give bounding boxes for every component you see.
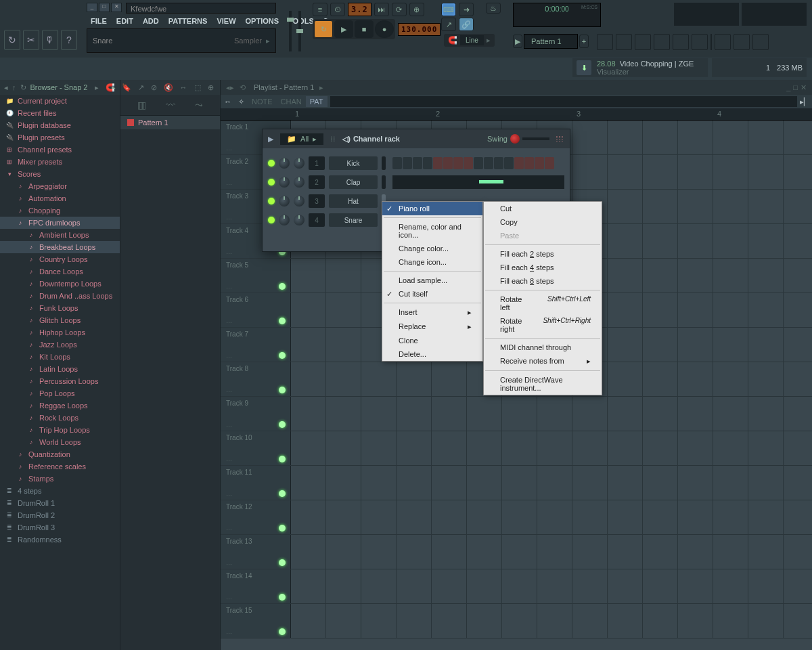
track-header[interactable]: Track 14… [221,569,291,603]
track-mute-led[interactable] [279,387,286,393]
step-button[interactable] [504,157,514,169]
link-button[interactable]: 🔗 [459,18,474,31]
pl-tab-note[interactable]: NOTE [248,96,277,107]
channel-name-button[interactable]: Hat [329,194,378,208]
tree-item[interactable]: ≣4 steps [0,485,120,497]
tree-item[interactable]: 🔌Plugin presets [0,131,120,144]
channel-select[interactable] [382,156,386,170]
cr-drag-icon[interactable]: ⁞⁞ [330,135,336,144]
loop-record-button[interactable]: ↻ [314,20,333,38]
browser-button[interactable] [673,34,689,50]
tree-item[interactable]: ⊞Mixer presets [0,156,120,168]
snap-selector[interactable]: Line [460,35,484,45]
step-button[interactable] [524,157,534,169]
tree-item[interactable]: ≣DrumRoll 3 [0,521,120,534]
step-button[interactable] [545,157,554,169]
pl-close-icon[interactable]: ✕ [800,83,807,92]
channel-vol-knob[interactable] [294,177,304,188]
menu-item[interactable]: Replace▸ [382,320,482,334]
pianoroll-button[interactable] [616,34,632,50]
metronome-button[interactable]: ⏲ [330,3,345,16]
pat-song-toggle[interactable]: ≡ [313,3,328,16]
picker-keys-icon[interactable]: ▥ [137,100,146,110]
track-header[interactable]: Track 5… [221,259,291,292]
picker-opt-icon[interactable]: ⊕ [208,83,214,92]
track-grid[interactable] [291,431,812,465]
step-button[interactable] [474,157,483,169]
tree-item[interactable]: ♪Funk Loops [0,302,120,314]
pl-mode1-icon[interactable]: ↔ [224,98,231,106]
tree-item[interactable]: ♪Quantization [0,448,120,460]
channel-mute-led[interactable] [268,217,275,223]
menu-patterns[interactable]: PATTERNS [164,15,212,27]
help-hints-button[interactable]: ? [61,30,77,50]
menu-item[interactable]: Insert▸ [382,305,482,320]
tree-item[interactable]: ♪Automation [0,192,120,204]
tree-item[interactable]: ♪Trip Hop Loops [0,424,120,436]
tree-item[interactable]: ♪World Loops [0,436,120,448]
menu-item[interactable]: MIDI channel through [484,341,602,354]
track-header[interactable]: Track 10… [221,431,291,465]
pl-title-arrow[interactable]: ▸ [319,83,323,92]
pl-tab-pat[interactable]: PAT [306,96,328,107]
channel-name-button[interactable]: Clap [329,175,378,189]
channel-name-button[interactable]: Snare [329,213,378,227]
news-panel[interactable]: ⬇ 28.08 Video Chopping | ZGE Visualizer [572,58,708,77]
menu-item[interactable]: Change icon... [382,255,482,269]
track-grid[interactable] [291,466,812,500]
track-grid[interactable] [291,397,812,431]
step-button[interactable] [514,157,524,169]
menu-item[interactable]: Create DirectWave instrument... [484,373,602,395]
track-grid[interactable] [291,535,812,569]
menu-item[interactable]: Fill each 4 steps [484,261,602,274]
tree-item[interactable]: ≣DrumRoll 2 [0,509,120,521]
swing-knob[interactable] [510,134,520,144]
step-button[interactable] [535,157,544,169]
menu-add[interactable]: ADD [139,15,163,27]
pl-maximize-icon[interactable]: □ [793,83,798,92]
tempo-display[interactable]: 130.000 [398,23,441,36]
browser-back-icon[interactable]: ◂ [4,83,8,92]
track-header[interactable]: Track 9… [221,397,291,431]
tree-item[interactable]: ⊞Channel presets [0,144,120,156]
menu-item[interactable]: Load sample... [382,274,482,287]
time-display[interactable]: M:S:CS 0:00:00 [513,3,601,27]
pl-scroll-end-icon[interactable]: ▸▏ [797,98,812,106]
step-button[interactable] [423,157,432,169]
track-row[interactable]: Track 9… [221,397,812,431]
picker-arrow-icon[interactable]: ↗ [138,83,144,92]
cr-group-selector[interactable]: 📁 All ▸ [280,133,323,145]
step-button[interactable] [494,157,503,169]
track-grid[interactable] [291,569,812,603]
channel-number[interactable]: 3 [309,194,325,208]
track-row[interactable]: Track 12… [221,500,812,535]
tempo-tap-button[interactable] [715,34,731,50]
menu-item[interactable]: ✓Cut itself [382,287,482,301]
step-button[interactable] [403,157,412,169]
picker-cut-icon[interactable]: ⊘ [151,83,157,92]
tree-item[interactable]: ♪Reggae Loops [0,399,120,412]
save-button[interactable]: ✂ [23,30,39,50]
master-pitch-slider[interactable] [298,11,301,51]
tree-item[interactable]: 🔌Plugin database [0,119,120,131]
menu-item[interactable]: Receive notes from▸ [484,354,602,368]
menu-item[interactable]: Fill each 8 steps [484,274,602,288]
tree-item[interactable]: ♪Drum And ..ass Loops [0,290,120,302]
channel-pan-knob[interactable] [279,196,290,207]
track-header[interactable]: Track 12… [221,500,291,534]
channel-mute-led[interactable] [268,160,275,167]
tree-item[interactable]: ♪Latin Loops [0,363,120,375]
track-header[interactable]: Track 13… [221,535,291,569]
menu-item[interactable]: Change color... [382,242,482,255]
tree-item[interactable]: ♪Dance Loops [0,265,120,278]
tree-item[interactable]: ♪Reference scales [0,460,120,473]
tree-item[interactable]: ♪Hiphop Loops [0,326,120,339]
track-row[interactable]: Track 11… [221,466,812,500]
close-all-button[interactable] [752,34,769,50]
channel-select[interactable] [382,175,386,189]
countdown-button[interactable]: ⟳ [392,3,407,16]
cr-options-icon[interactable]: ⦙⦙⦙ [556,135,564,144]
channel-number[interactable]: 4 [309,213,325,227]
pattern-play-icon[interactable]: ▶ [513,35,522,48]
track-mute-led[interactable] [279,559,286,566]
